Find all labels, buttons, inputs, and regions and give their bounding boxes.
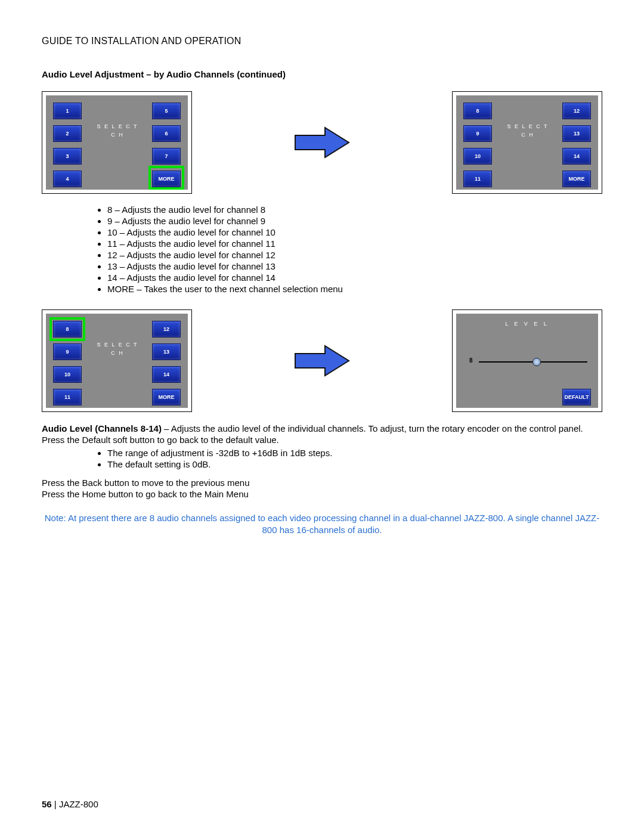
panel2-btn-9[interactable]: 9 xyxy=(463,125,492,142)
para-home: Press the Home button to go back to the … xyxy=(42,489,602,499)
bullet-item: 11 – Adjusts the audio level for channel… xyxy=(107,239,602,249)
panel3-btn-12[interactable]: 12 xyxy=(152,321,181,337)
bullet-item: 8 – Adjusts the audio level for channel … xyxy=(107,205,602,215)
panel2-btn-8[interactable]: 8 xyxy=(463,103,492,119)
para-audio-level: Audio Level (Channels 8-14) – Adjusts th… xyxy=(42,423,602,445)
panel2: S E L E C T C H 8 9 10 11 12 13 14 MORE xyxy=(456,95,598,190)
bullet-item: 10 – Adjusts the audio level for channel… xyxy=(107,227,602,237)
row-panels-1: S E L E C T C H 1 2 3 4 5 6 7 MORE S E L… xyxy=(42,91,602,194)
bullet-item: 12 – Adjusts the audio level for channel… xyxy=(107,250,602,260)
note-text: Note: At present there are 8 audio chann… xyxy=(42,512,602,535)
panel3-btn-9[interactable]: 9 xyxy=(53,343,82,360)
panel3-center-line2: C H xyxy=(111,350,124,356)
panel1-center-line1: S E L E C T xyxy=(97,123,138,129)
footer: 56 | JAZZ-800 xyxy=(42,799,98,809)
panel1-btn-2[interactable]: 2 xyxy=(53,125,82,142)
svg-marker-0 xyxy=(295,128,349,157)
level-title: L E V E L xyxy=(456,321,598,327)
panel2-center-line2: C H xyxy=(521,132,534,138)
panel1-btn-1[interactable]: 1 xyxy=(53,103,82,119)
level-panel: L E V E L 8 DEFAULT xyxy=(456,314,598,408)
bullet-item: MORE – Takes the user to the next channe… xyxy=(107,284,602,294)
svg-marker-1 xyxy=(295,346,349,376)
panel2-btn-10[interactable]: 10 xyxy=(463,148,492,165)
panel2-center-line1: S E L E C T xyxy=(507,123,548,129)
panel3: S E L E C T C H 8 9 10 11 12 13 14 MORE xyxy=(46,314,188,408)
arrow-right-icon xyxy=(292,343,352,379)
page-number: 56 xyxy=(42,799,52,809)
panel2-center: S E L E C T C H xyxy=(498,122,558,139)
row-panels-2: S E L E C T C H 8 9 10 11 12 13 14 MORE … xyxy=(42,309,602,412)
para-back: Press the Back button to move to the pre… xyxy=(42,478,602,488)
panel1-btn-4[interactable]: 4 xyxy=(53,171,82,187)
panel3-frame: S E L E C T C H 8 9 10 11 12 13 14 MORE xyxy=(42,309,192,412)
footer-sep: | xyxy=(52,799,59,809)
bullet-item: The range of adjustment is -32dB to +16d… xyxy=(107,448,602,458)
panel1-btn-3[interactable]: 3 xyxy=(53,148,82,165)
level-channel-label: 8 xyxy=(469,357,473,364)
panel2-btn-14[interactable]: 14 xyxy=(562,148,591,165)
panel2-frame: S E L E C T C H 8 9 10 11 12 13 14 MORE xyxy=(452,91,602,194)
panel3-highlight-8 xyxy=(49,317,85,341)
panel3-btn-more[interactable]: MORE xyxy=(152,389,181,405)
channel-bullets: 8 – Adjusts the audio level for channel … xyxy=(107,205,602,294)
level-frame: L E V E L 8 DEFAULT xyxy=(452,309,602,412)
arrow-2 xyxy=(192,343,452,379)
bullet-item: 13 – Adjusts the audio level for channel… xyxy=(107,261,602,271)
product-name: JAZZ-800 xyxy=(59,799,98,809)
arrow-1 xyxy=(192,125,452,160)
panel3-btn-11[interactable]: 11 xyxy=(53,389,82,405)
panel3-btn-13[interactable]: 13 xyxy=(152,343,181,360)
panel1-highlight-more xyxy=(148,166,184,190)
doc-header: GUIDE TO INSTALLATION AND OPERATION xyxy=(42,36,602,47)
panel1: S E L E C T C H 1 2 3 4 5 6 7 MORE xyxy=(46,95,188,190)
adjust-bullets: The range of adjustment is -32dB to +16d… xyxy=(107,448,602,469)
panel1-center-line2: C H xyxy=(111,132,124,138)
level-default-button[interactable]: DEFAULT xyxy=(562,389,591,405)
panel1-btn-6[interactable]: 6 xyxy=(152,125,181,142)
arrow-right-icon xyxy=(292,125,352,160)
bullet-item: 9 – Adjusts the audio level for channel … xyxy=(107,216,602,226)
panel1-frame: S E L E C T C H 1 2 3 4 5 6 7 MORE xyxy=(42,91,192,194)
panel3-center: S E L E C T C H xyxy=(88,340,147,357)
panel2-btn-13[interactable]: 13 xyxy=(562,125,591,142)
bullet-item: 14 – Adjusts the audio level for channel… xyxy=(107,272,602,283)
panel2-btn-12[interactable]: 12 xyxy=(562,103,591,119)
panel1-btn-7[interactable]: 7 xyxy=(152,148,181,165)
panel1-center: S E L E C T C H xyxy=(88,122,147,139)
panel3-center-line1: S E L E C T xyxy=(97,342,138,348)
panel3-btn-14[interactable]: 14 xyxy=(152,366,181,383)
panel3-btn-10[interactable]: 10 xyxy=(53,366,82,383)
section-title: Audio Level Adjustment – by Audio Channe… xyxy=(42,69,602,79)
panel1-btn-5[interactable]: 5 xyxy=(152,103,181,119)
para-bold: Audio Level (Channels 8-14) xyxy=(42,423,162,433)
bullet-item: The default setting is 0dB. xyxy=(107,459,602,469)
level-slider-thumb[interactable] xyxy=(532,358,541,366)
panel2-btn-more[interactable]: MORE xyxy=(562,171,591,187)
panel2-btn-11[interactable]: 11 xyxy=(463,171,492,187)
